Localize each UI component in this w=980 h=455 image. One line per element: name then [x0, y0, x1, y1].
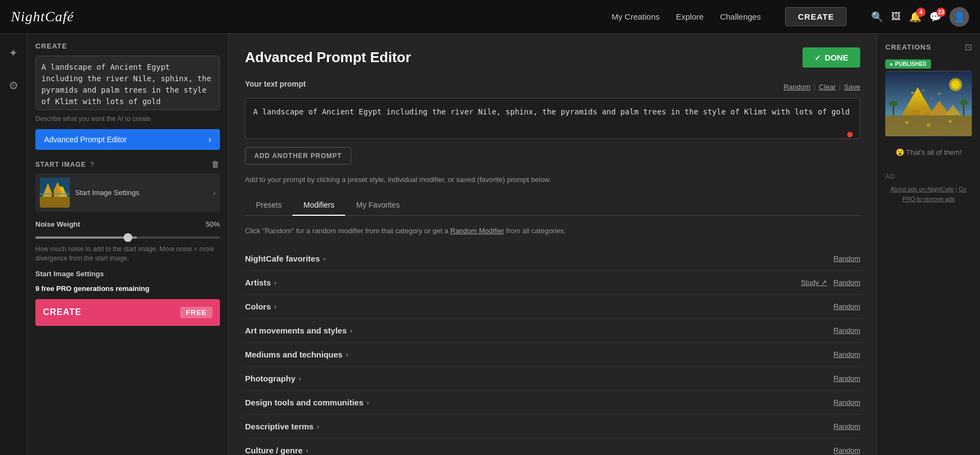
nav-my-creations[interactable]: My Creations	[611, 12, 659, 21]
editor-header: Advanced Prompt Editor ✓ DONE	[245, 47, 860, 68]
random-hint-text: Click "Random" for a random modifier fro…	[245, 226, 860, 236]
trash-icon[interactable]: 🗑	[211, 160, 220, 169]
modifier-chevron-icon: ›	[274, 278, 277, 287]
svg-point-26	[927, 123, 931, 128]
svg-point-27	[948, 120, 952, 123]
svg-point-22	[938, 93, 940, 95]
recording-indicator	[847, 132, 853, 137]
modifier-name: Mediums and techniques ›	[245, 350, 348, 359]
user-avatar[interactable]: 👤	[950, 7, 969, 27]
random-modifier-link[interactable]: Random	[834, 350, 860, 359]
top-navigation: NightCafé My Creations Explore Challenge…	[0, 0, 980, 34]
start-image-label: Start Image Settings	[75, 189, 207, 197]
help-icon[interactable]: ?	[90, 161, 95, 168]
random-modifier-link[interactable]: Random	[834, 302, 860, 311]
prompt-row: Your text prompt Random | Clear | Save	[245, 80, 860, 94]
modifier-list: NightCafe favorites › Random Artists › S…	[245, 247, 860, 455]
svg-point-6	[59, 186, 64, 191]
nav-challenges[interactable]: Challenges	[720, 12, 761, 21]
svg-point-15	[889, 101, 898, 106]
modifier-row-actions: Random	[834, 398, 860, 407]
modifier-row[interactable]: Colors › Random	[245, 295, 860, 319]
random-modifier-link[interactable]: Random	[834, 326, 860, 335]
random-modifier-link[interactable]: Random	[834, 446, 860, 454]
expand-icon[interactable]: ⊡	[965, 42, 972, 52]
modifier-row[interactable]: NightCafe favorites › Random	[245, 247, 860, 271]
random-link[interactable]: Random	[783, 83, 810, 91]
modifier-chevron-icon: ›	[306, 446, 308, 454]
random-modifier-link[interactable]: Random	[834, 422, 860, 430]
app-logo[interactable]: NightCafé	[11, 9, 74, 25]
modifier-row-actions: Random	[834, 446, 860, 454]
done-button[interactable]: ✓ DONE	[803, 47, 860, 68]
random-modifier-link[interactable]: Random	[834, 278, 860, 287]
settings-icon-btn[interactable]: ⚙	[4, 75, 23, 96]
creation-thumbnail[interactable]	[885, 71, 972, 136]
modifier-name: Art movements and styles ›	[245, 326, 352, 335]
ad-section: AD About ads on NightCafe | Go PRO to re…	[885, 173, 972, 204]
modifier-row[interactable]: Artists › Study ↗Random	[245, 271, 860, 295]
random-modifier-link[interactable]: Random Modifier	[450, 227, 504, 235]
published-badge: ● PUBLISHED	[885, 59, 931, 69]
save-link[interactable]: Save	[844, 83, 860, 91]
create-icon-btn[interactable]: ✦	[4, 42, 22, 64]
noise-weight-value: 50%	[206, 220, 220, 228]
nav-create-button[interactable]: CREATE	[785, 7, 847, 26]
random-modifier-link[interactable]: Random	[834, 254, 860, 263]
editor-title: Advanced Prompt Editor	[245, 49, 411, 66]
tab-presets[interactable]: Presets	[245, 195, 292, 216]
modifier-row[interactable]: Design tools and communities › Random	[245, 391, 860, 415]
create-free-button[interactable]: CREATE FREE	[35, 299, 220, 326]
svg-point-17	[960, 100, 967, 105]
modifier-row-actions: Random	[834, 254, 860, 263]
tab-modifiers[interactable]: Modifiers	[292, 195, 345, 216]
modifier-row[interactable]: Art movements and styles › Random	[245, 319, 860, 343]
noise-weight-slider[interactable]	[35, 236, 220, 239]
modifier-row[interactable]: Descriptive terms › Random	[245, 415, 860, 439]
notification-icon[interactable]: 🔔 4	[909, 11, 921, 23]
search-icon[interactable]: 🔍	[871, 11, 883, 23]
prompt-textarea[interactable]: A landscape of Ancient Egypt including t…	[35, 56, 220, 110]
modifier-row-actions: Study ↗Random	[801, 278, 860, 287]
modifier-name: Photography ›	[245, 374, 301, 383]
modifier-row-actions: Random	[834, 326, 860, 335]
modifier-tabs: Presets Modifiers My Favorites	[245, 195, 860, 216]
modifier-row[interactable]: Mediums and techniques › Random	[245, 343, 860, 367]
random-modifier-link[interactable]: Random	[834, 398, 860, 407]
modifier-row[interactable]: Photography › Random	[245, 367, 860, 391]
advanced-prompt-editor-button[interactable]: Advanced Prompt Editor ›	[35, 129, 220, 150]
main-prompt-textarea[interactable]: A landscape of Ancient Egypt including t…	[245, 98, 860, 139]
noise-weight-row: Noise Weight 50%	[35, 220, 220, 228]
modifier-name: Design tools and communities ›	[245, 398, 369, 407]
start-image-settings-row[interactable]: Start Image Settings ›	[35, 173, 220, 212]
nav-explore[interactable]: Explore	[676, 12, 704, 21]
nav-links: My Creations Explore Challenges CREATE 🔍…	[611, 7, 969, 27]
about-ads-link[interactable]: About ads on NightCafe	[890, 186, 954, 192]
add-another-prompt-button[interactable]: ADD ANOTHER PROMPT	[245, 147, 351, 165]
svg-point-20	[911, 92, 914, 94]
svg-rect-1	[40, 197, 70, 208]
start-image-chevron-icon: ›	[213, 189, 216, 197]
start-image-settings-title: Start Image Settings	[35, 270, 220, 278]
modifier-chevron-icon: ›	[350, 326, 352, 335]
svg-point-19	[951, 80, 960, 89]
modifier-name: Descriptive terms ›	[245, 422, 319, 431]
check-icon: ✓	[814, 53, 821, 62]
noise-hint-text: How much noise to add to the start image…	[35, 245, 220, 263]
clear-link[interactable]: Clear	[819, 83, 836, 91]
study-link[interactable]: Study ↗	[801, 278, 827, 287]
published-check-icon: ●	[890, 61, 893, 67]
creation-image	[885, 71, 972, 136]
messages-icon[interactable]: 💬 23	[929, 11, 941, 23]
modifier-row[interactable]: Culture / genre › Random	[245, 439, 860, 455]
modifier-name: Artists ›	[245, 278, 277, 287]
modifier-row-actions: Random	[834, 374, 860, 383]
random-modifier-link[interactable]: Random	[834, 374, 860, 383]
free-generations-count: 9 free PRO generations remaining	[35, 284, 220, 293]
tab-my-favorites[interactable]: My Favorites	[345, 195, 411, 216]
all-of-them-text: 😮 That's all of them!	[885, 143, 972, 162]
create-section-label: CREATE	[35, 42, 220, 50]
messages-badge: 23	[936, 8, 946, 17]
start-image-section-label: START IMAGE ? 🗑	[35, 160, 220, 169]
image-icon[interactable]: 🖼	[891, 11, 901, 22]
